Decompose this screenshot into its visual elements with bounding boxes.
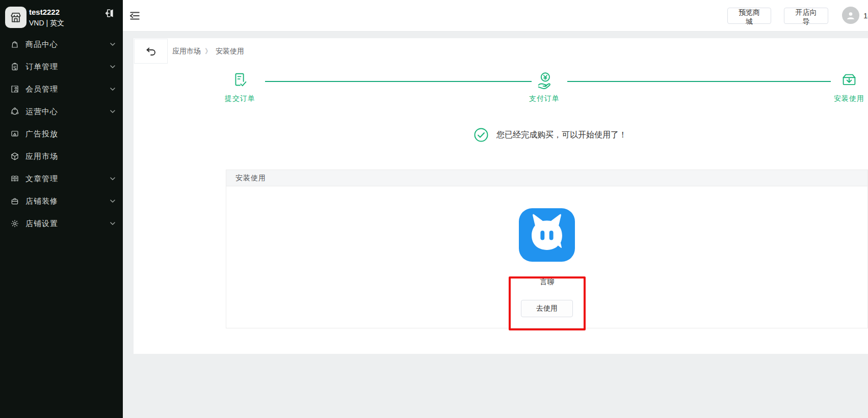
sidebar-item-label: 文章管理: [25, 174, 110, 184]
chevron-down-icon: [110, 108, 116, 115]
shop-design-icon: [10, 197, 19, 206]
step-install-use: 安装使用: [819, 71, 868, 103]
topbar: 预览商城 开店向导 18: [123, 0, 868, 32]
breadcrumb-separator: 》: [205, 47, 212, 56]
goods-icon: [10, 40, 19, 49]
store-currency-language: VND | 英文: [29, 19, 64, 28]
sidebar-item-article-management[interactable]: 文章管理: [0, 168, 123, 190]
collapse-sidebar-icon[interactable]: [128, 9, 141, 22]
chevron-down-icon: [110, 198, 116, 204]
step-label: 安装使用: [819, 94, 868, 103]
pay-order-icon: [535, 71, 554, 90]
sidebar-item-label: 店铺设置: [25, 219, 110, 229]
chevron-down-icon: [110, 86, 116, 92]
storefront-icon: [9, 11, 22, 24]
chevron-down-icon: [110, 41, 116, 47]
step-connector: [265, 81, 532, 82]
sidebar-item-ad-placement[interactable]: 广告投放: [0, 123, 123, 145]
articles-icon: [10, 174, 19, 183]
sidebar-item-shop-decoration[interactable]: 店铺装修: [0, 190, 123, 212]
sidebar-item-app-market[interactable]: 应用市场: [0, 145, 123, 168]
sidebar-item-shop-settings[interactable]: 店铺设置: [0, 212, 123, 235]
store-logo: [5, 7, 27, 28]
orders-icon: [10, 62, 19, 71]
submit-order-icon: [230, 71, 250, 90]
app-name: 言聊: [509, 277, 586, 287]
success-message: 您已经完成购买，可以开始使用了！: [496, 130, 627, 141]
app-icon-cat[interactable]: [519, 208, 575, 262]
step-label: 支付订单: [514, 94, 575, 103]
chevron-down-icon: [110, 176, 116, 182]
sidebar-item-label: 订单管理: [25, 62, 110, 72]
panel-body: 言聊 去使用: [226, 186, 867, 328]
breadcrumb-current: 安装使用: [216, 47, 244, 56]
chevron-down-icon: [110, 220, 116, 227]
breadcrumb-app-market[interactable]: 应用市场: [172, 47, 201, 56]
step-connector: [567, 81, 831, 82]
back-arrow-icon: [145, 45, 157, 58]
members-icon: [10, 85, 19, 94]
avatar[interactable]: [842, 7, 859, 24]
sidebar: test2222 VND | 英文 商品中心 订单管理: [0, 0, 123, 418]
shop-settings-icon: [10, 219, 19, 228]
breadcrumb: 应用市场 》 安装使用: [172, 38, 244, 64]
sidebar-item-goods-center[interactable]: 商品中心: [0, 33, 123, 55]
user-icon: [845, 10, 856, 21]
chevron-down-icon: [110, 64, 116, 70]
logout-icon[interactable]: [104, 8, 115, 18]
main-content: 应用市场 》 安装使用 提交订单: [123, 32, 868, 418]
open-shop-wizard-button[interactable]: 开店向导: [784, 8, 828, 24]
back-button[interactable]: [134, 39, 168, 64]
ads-icon: [10, 129, 19, 138]
sidebar-header: test2222 VND | 英文: [0, 0, 123, 37]
sidebar-item-label: 应用市场: [25, 152, 116, 161]
sidebar-item-label: 店铺装修: [25, 197, 110, 206]
sidebar-nav: 商品中心 订单管理 会员管理 运营中心: [0, 33, 123, 235]
content-card: 应用市场 》 安装使用 提交订单: [134, 38, 868, 354]
account-phone: 18: [863, 11, 868, 20]
preview-mall-button[interactable]: 预览商城: [727, 8, 771, 24]
step-submit-order: 提交订单: [209, 71, 271, 103]
store-name: test2222: [29, 8, 60, 16]
sidebar-item-label: 会员管理: [25, 85, 110, 94]
sidebar-item-operations-center[interactable]: 运营中心: [0, 100, 123, 123]
step-pay-order: 支付订单: [514, 71, 575, 103]
step-label: 提交订单: [209, 94, 271, 103]
operations-icon: [10, 107, 19, 116]
sidebar-item-order-management[interactable]: 订单管理: [0, 55, 123, 78]
purchase-success-row: 您已经完成购买，可以开始使用了！: [474, 128, 627, 142]
sidebar-item-label: 运营中心: [25, 107, 110, 117]
sidebar-item-label: 商品中心: [25, 40, 110, 49]
app-market-icon: [10, 152, 19, 161]
install-panel: 安装使用 言聊 去使用: [226, 170, 868, 328]
panel-title: 安装使用: [226, 170, 867, 186]
go-use-button[interactable]: 去使用: [521, 300, 573, 317]
sidebar-item-member-management[interactable]: 会员管理: [0, 78, 123, 100]
success-check-icon: [474, 128, 488, 142]
sidebar-item-label: 广告投放: [25, 129, 116, 139]
install-use-icon: [839, 71, 859, 90]
